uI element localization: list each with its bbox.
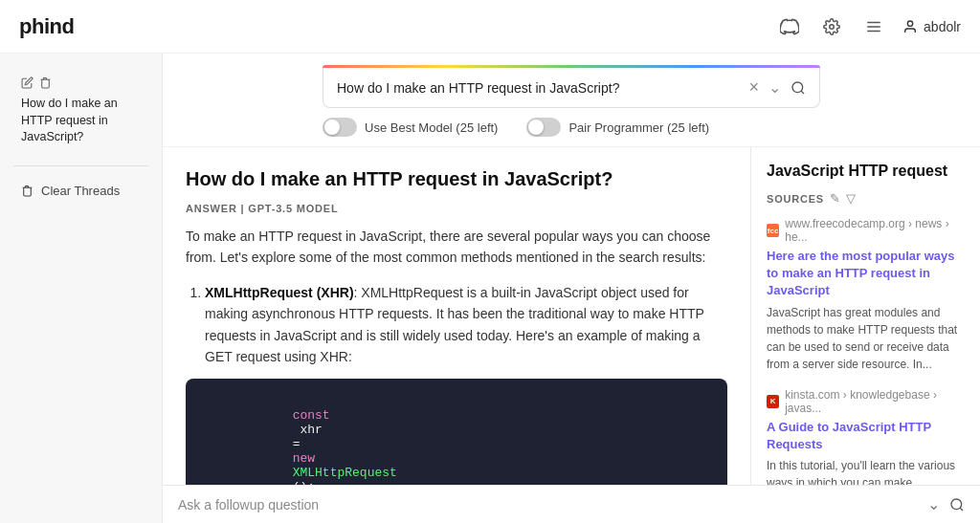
edit-thread-icon[interactable]: [21, 76, 33, 92]
app-layout: How do I make an HTTP request in JavaScr…: [0, 54, 980, 523]
search-bar-actions: × ⌄: [748, 77, 806, 98]
best-model-knob: [324, 120, 340, 135]
search-query-text: How do I make an HTTP request in JavaScr…: [337, 80, 741, 96]
best-model-label: Use Best Model (25 left): [365, 120, 498, 135]
sources-label-row: SOURCES ✎ ▽: [767, 191, 965, 206]
delete-thread-icon[interactable]: [39, 76, 52, 92]
best-model-switch[interactable]: [323, 118, 357, 137]
sources-edit-icon[interactable]: ✎: [830, 191, 840, 206]
search-area: How do I make an HTTP request in JavaScr…: [163, 54, 980, 147]
clear-threads-label: Clear Threads: [41, 184, 120, 198]
clear-search-icon[interactable]: ×: [748, 77, 759, 98]
user-name: abdolr: [924, 19, 961, 34]
top-bar: phind abdolr: [0, 0, 980, 54]
user-profile[interactable]: abdolr: [902, 19, 961, 34]
top-bar-right: abdolr: [776, 13, 961, 40]
discord-icon[interactable]: [776, 13, 803, 40]
search-bar[interactable]: How do I make an HTTP request in JavaScr…: [323, 68, 820, 108]
answer-intro-text: To make an HTTP request in JavaScript, t…: [186, 226, 727, 269]
code-var-xhr: xhr: [293, 423, 330, 437]
content-split: How do I make an HTTP request in JavaScr…: [163, 147, 980, 485]
code-equals: =: [293, 437, 308, 451]
sidebar-thread-item[interactable]: How do I make an HTTP request in JavaScr…: [8, 67, 154, 156]
followup-placeholder: Ask a followup question: [178, 497, 918, 512]
source-favicon-1: K: [767, 395, 779, 408]
followup-actions: ⌄: [927, 495, 965, 513]
pair-programmer-switch[interactable]: [526, 118, 561, 137]
source-item-0: fcc www.freecodecamp.org › news › he... …: [767, 217, 965, 373]
xhr-title: XMLHttpRequest (XHR): [205, 285, 354, 300]
answer-list: XMLHttpRequest (XHR): XMLHttpRequest is …: [186, 282, 727, 368]
svg-point-5: [792, 82, 803, 93]
svg-line-8: [960, 508, 963, 511]
followup-search-icon[interactable]: [949, 497, 965, 512]
sidebar: How do I make an HTTP request in JavaScr…: [0, 54, 163, 523]
svg-point-4: [907, 21, 912, 26]
logo: phind: [19, 14, 74, 39]
svg-point-0: [830, 24, 835, 29]
sources-title: JavaScript HTTP request: [767, 163, 965, 180]
sources-label: SOURCES: [767, 193, 824, 205]
svg-point-7: [951, 499, 962, 510]
toggles-row: Use Best Model (25 left) Pair Programmer…: [323, 108, 820, 137]
pair-programmer-label: Pair Programmer (25 left): [568, 120, 709, 135]
source-link-1[interactable]: A Guide to JavaScript HTTP Requests: [767, 419, 965, 453]
code-keyword-const: const: [293, 408, 330, 423]
followup-chevron-icon[interactable]: ⌄: [927, 495, 940, 513]
sources-panel: JavaScript HTTP request SOURCES ✎ ▽ fcc …: [750, 147, 980, 485]
top-bar-left: phind: [19, 14, 74, 39]
answer-list-item: XMLHttpRequest (XHR): XMLHttpRequest is …: [205, 282, 727, 368]
clear-threads-button[interactable]: Clear Threads: [0, 174, 162, 207]
sidebar-divider: [13, 165, 148, 166]
search-submit-icon[interactable]: [791, 80, 806, 96]
code-block: const xhr = new XMLHttpRequest ();: [186, 379, 727, 485]
source-excerpt-1: In this tutorial, you'll learn the vario…: [767, 457, 965, 485]
search-chevron-icon[interactable]: ⌄: [768, 78, 781, 97]
search-bar-wrapper: How do I make an HTTP request in JavaScr…: [323, 65, 820, 108]
pair-programmer-toggle[interactable]: Pair Programmer (25 left): [526, 118, 709, 137]
svg-line-6: [801, 91, 804, 94]
answer-question: How do I make an HTTP request in JavaScr…: [186, 166, 727, 191]
source-favicon-0: fcc: [767, 224, 779, 237]
thread-title: How do I make an HTTP request in JavaScr…: [21, 96, 141, 146]
sources-filter-icon[interactable]: ▽: [846, 191, 856, 206]
source-item-1: K kinsta.com › knowledgebase › javas... …: [767, 388, 965, 485]
code-class-xhr: XMLHttpRequest: [293, 466, 397, 480]
best-model-toggle[interactable]: Use Best Model (25 left): [323, 118, 498, 137]
source-link-0[interactable]: Here are the most popular ways to make a…: [767, 248, 965, 300]
code-keyword-new: new: [293, 451, 323, 466]
followup-bar[interactable]: Ask a followup question ⌄: [163, 485, 980, 523]
source-domain-1: K kinsta.com › knowledgebase › javas...: [767, 388, 965, 415]
settings-icon[interactable]: [818, 13, 845, 40]
code-line: const xhr = new XMLHttpRequest ();: [203, 394, 710, 485]
answer-area: How do I make an HTTP request in JavaScr…: [163, 147, 750, 485]
source-domain-text-0: www.freecodecamp.org › news › he...: [785, 217, 965, 244]
source-excerpt-0: JavaScript has great modules and methods…: [767, 304, 965, 373]
main-area: How do I make an HTTP request in JavaScr…: [163, 54, 980, 523]
thread-icons: [21, 76, 141, 92]
clear-threads-icon: [21, 185, 33, 197]
source-domain-text-1: kinsta.com › knowledgebase › javas...: [785, 388, 965, 415]
menu-icon[interactable]: [860, 13, 887, 40]
source-domain-0: fcc www.freecodecamp.org › news › he...: [767, 217, 965, 244]
user-icon: [902, 19, 918, 34]
pair-programmer-knob: [528, 120, 544, 135]
answer-source-label: ANSWER | GPT-3.5 MODEL: [186, 203, 727, 214]
